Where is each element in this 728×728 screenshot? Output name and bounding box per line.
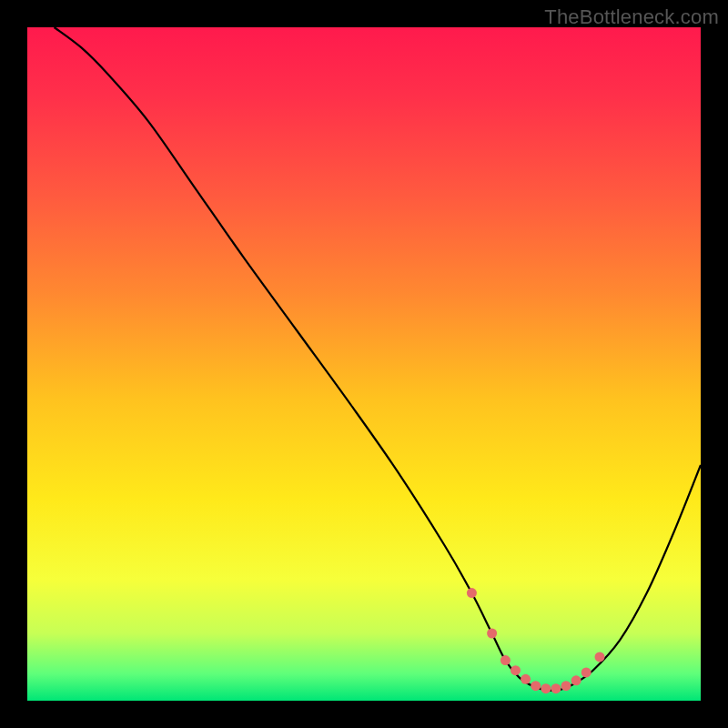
trough-marker-dot <box>531 681 541 691</box>
trough-marker-dot <box>551 683 561 693</box>
trough-marker-dot <box>500 655 511 665</box>
trough-marker-dot <box>571 675 581 685</box>
chart-svg <box>27 27 701 701</box>
trough-marker-dot <box>541 683 551 693</box>
gradient-background <box>27 27 701 701</box>
watermark-text: TheBottleneck.com <box>544 5 719 29</box>
trough-marker-dot <box>487 629 497 639</box>
chart-area <box>27 27 701 701</box>
trough-marker-dot <box>595 652 605 662</box>
trough-marker-dot <box>511 665 521 675</box>
trough-marker-dot <box>581 667 592 677</box>
trough-marker-dot <box>561 681 571 691</box>
trough-marker-dot <box>521 674 531 684</box>
trough-marker-dot <box>467 588 477 598</box>
